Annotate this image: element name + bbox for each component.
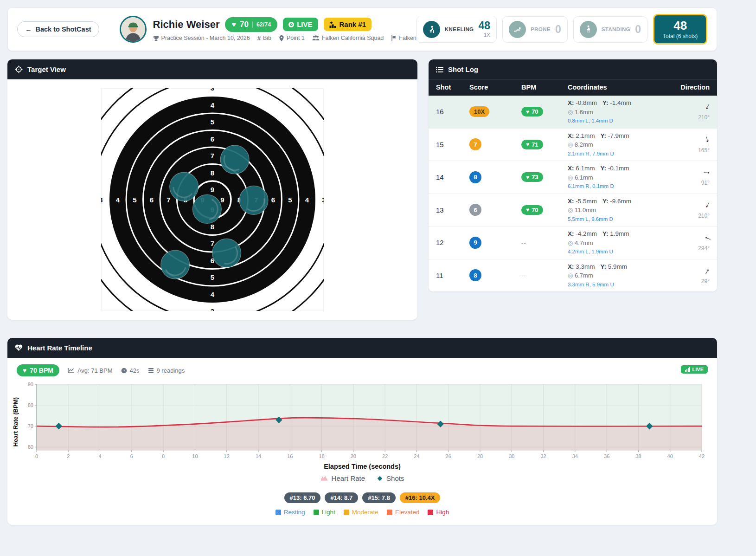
athlete-name: Richie Weiser <box>153 19 220 31</box>
bpm-cell: ♥71 <box>521 140 568 149</box>
live-badge: LIVE <box>283 18 318 31</box>
offset-text: 2.1mm R, 7.9mm D <box>568 150 665 157</box>
x-tick-label: 40 <box>667 453 673 459</box>
y-tick-label: 90 <box>28 382 33 387</box>
score-cell: 8 <box>469 171 521 183</box>
shot-log-row[interactable]: 16 10X ♥70 X: -0.8mmY: -1.4mm ◎ 1.6mm 0.… <box>429 96 717 129</box>
direction-arrow-icon: ↑ <box>703 266 711 276</box>
offset-text: 5.5mm L, 9.6mm D <box>568 216 665 222</box>
x-tick-label: 42 <box>699 453 705 459</box>
direction-arrow-icon: ↑ <box>702 234 712 242</box>
zone-color-swatch <box>344 510 349 515</box>
shot-log-body: 16 10X ♥70 X: -0.8mmY: -1.4mm ◎ 1.6mm 0.… <box>429 96 717 291</box>
heart-icon: ♥ <box>526 174 529 181</box>
standing-score: 0 <box>635 24 641 35</box>
svg-text:5: 5 <box>211 118 214 126</box>
heart-icon: ♥ <box>526 109 529 115</box>
y-tick-label: 60 <box>28 444 33 450</box>
y-tick-label: 70 <box>28 423 33 429</box>
svg-text:4: 4 <box>211 101 215 109</box>
squad-label: Falken California Squad <box>312 35 384 41</box>
trophy-icon <box>153 35 159 41</box>
heart-rate-legend-icon <box>320 476 328 481</box>
bpm-badge: ♥73 <box>521 172 543 182</box>
target-body: 3333444455556666777788889999 <box>7 79 417 320</box>
heart-rate-chart[interactable]: 0246810121416182022242628303234363840426… <box>20 382 706 462</box>
score-badge: 10X <box>469 106 489 117</box>
back-button[interactable]: ← Back to ShotCast <box>17 21 99 37</box>
direction-arrow-icon: ↑ <box>703 170 712 175</box>
legend-shots[interactable]: Shots <box>377 474 404 482</box>
zone-legend-item: Resting <box>275 509 305 516</box>
distance-icon: ◎ <box>568 272 573 279</box>
pin-icon <box>279 35 284 41</box>
x-tick-label: 24 <box>414 453 419 459</box>
direction-degrees: 91° <box>665 180 710 186</box>
direction-cell: ↑ 210° <box>665 103 710 121</box>
svg-text:5: 5 <box>211 273 214 281</box>
shot-score-badges: #13: 6.70#14: 8.7#15: 7.8#16: 10.4X <box>7 492 717 503</box>
score-cell: 7 <box>469 138 521 150</box>
x-tick-label: 10 <box>192 453 198 459</box>
target-image[interactable]: 3333444455556666777788889999 <box>101 88 324 311</box>
position-summary: KNEELING 48 1X PRONE 0 STANDING 0 <box>416 14 708 45</box>
heart-icon: ♥ <box>231 20 236 29</box>
direction-arrow-icon: ↑ <box>704 135 711 145</box>
coordinates-cell: X: 3.3mmY: 5.9mm ◎ 6.7mm 3.3mm R, 5.9mm … <box>568 263 665 288</box>
x-tick-label: 28 <box>477 453 483 459</box>
direction-degrees: 210° <box>665 114 710 121</box>
direction-cell: ↑ 91° <box>665 168 710 186</box>
coordinates-cell: X: -5.5mmY: -9.6mm ◎ 11.0mm 5.5mm L, 9.6… <box>568 198 665 223</box>
zone-color-swatch <box>387 510 392 515</box>
legend-heart-rate[interactable]: Heart Rate <box>320 474 365 482</box>
coordinates-cell: X: 2.1mmY: -7.9mm ◎ 8.2mm 2.1mm R, 7.9mm… <box>568 132 665 157</box>
svg-text:6: 6 <box>211 135 214 143</box>
x-tick-label: 16 <box>287 453 293 459</box>
distance-icon: ◎ <box>568 239 573 246</box>
prone-icon <box>509 21 526 38</box>
bpm-cell: -- <box>521 271 568 279</box>
chart-legend: Heart Rate Shots <box>7 474 717 482</box>
bpm-cell: ♥73 <box>521 172 568 182</box>
crosshair-icon <box>15 65 23 73</box>
total-label: Total (6 shots) <box>663 33 698 39</box>
no-bpm: -- <box>521 239 526 246</box>
stack-icon <box>148 368 154 374</box>
direction-cell: ↑ 165° <box>665 136 710 154</box>
zone-label: Elevated <box>395 509 420 516</box>
svg-text:5: 5 <box>288 196 292 204</box>
x-tick-label: 4 <box>99 453 102 459</box>
x-tick-label: 38 <box>635 453 641 459</box>
bpm-badge: ♥71 <box>521 140 543 149</box>
x-tick-label: 18 <box>319 453 324 459</box>
hash-icon: # <box>257 35 261 42</box>
chart-row: Heart Rate (BPM) 02468101214161820222426… <box>7 380 717 462</box>
svg-text:7: 7 <box>167 196 170 204</box>
shot-log-row[interactable]: 15 7 ♥71 X: 2.1mmY: -7.9mm ◎ 8.2mm 2.1mm… <box>429 129 717 162</box>
svg-text:3: 3 <box>101 196 103 204</box>
score-badge: 8 <box>469 171 481 183</box>
target-view-header: Target View <box>7 59 417 79</box>
direction-degrees: 29° <box>665 278 710 284</box>
zone-legend-item: Light <box>314 509 335 516</box>
bib-label: # Bib <box>257 35 271 42</box>
current-bpm-badge: ♥ 70 BPM <box>17 364 59 376</box>
distance-icon: ◎ <box>568 174 573 181</box>
avatar <box>120 16 147 43</box>
x-tick-label: 20 <box>351 453 356 459</box>
chart-live-badge: LIVE <box>681 365 708 374</box>
heart-pulse-icon <box>15 344 23 351</box>
shot-log-row[interactable]: 11 8 -- X: 3.3mmY: 5.9mm ◎ 6.7mm 3.3mm R… <box>429 259 717 292</box>
svg-text:3: 3 <box>322 196 324 204</box>
direction-degrees: 294° <box>665 245 710 252</box>
shot-number: 14 <box>436 173 469 181</box>
shot-log-row[interactable]: 13 6 ♥70 X: -5.5mmY: -9.6mm ◎ 11.0mm 5.5… <box>429 194 717 227</box>
list-icon <box>436 66 443 73</box>
shot-log-row[interactable]: 14 8 ♥73 X: 6.1mmY: -0.1mm ◎ 6.1mm 6.1mm… <box>429 161 717 194</box>
shot-log-row[interactable]: 12 9 -- X: -4.2mmY: 1.9mm ◎ 4.7mm 4.2mm … <box>429 226 717 259</box>
svg-text:3: 3 <box>211 307 214 311</box>
zone-color-swatch <box>314 510 319 515</box>
score-cell: 10X <box>469 106 521 117</box>
coordinates-cell: X: -4.2mmY: 1.9mm ◎ 4.7mm 4.2mm L, 1.9mm… <box>568 230 665 255</box>
shot-score-badge: #14: 8.7 <box>325 492 358 503</box>
